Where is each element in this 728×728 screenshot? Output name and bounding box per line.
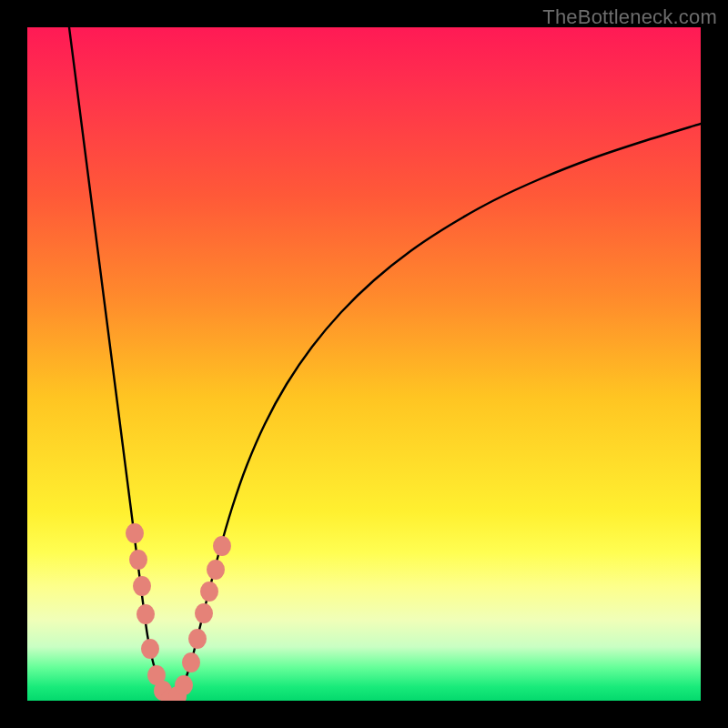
data-marker <box>129 550 147 570</box>
data-marker <box>195 603 213 623</box>
data-marker <box>200 581 218 602</box>
plot-area <box>27 27 701 701</box>
data-marker <box>213 536 231 556</box>
marker-group <box>126 523 231 701</box>
data-marker <box>188 629 207 649</box>
watermark-text: TheBottleneck.com <box>542 5 717 29</box>
data-marker <box>133 576 151 596</box>
chart-svg <box>27 27 701 701</box>
chart-frame: TheBottleneck.com <box>0 0 728 728</box>
curve-group <box>69 27 701 701</box>
data-marker <box>136 604 155 624</box>
data-marker <box>126 523 144 543</box>
data-marker <box>175 675 193 695</box>
data-marker <box>141 639 159 659</box>
bottleneck-curve <box>69 27 701 701</box>
data-marker <box>182 652 200 672</box>
data-marker <box>207 560 225 580</box>
